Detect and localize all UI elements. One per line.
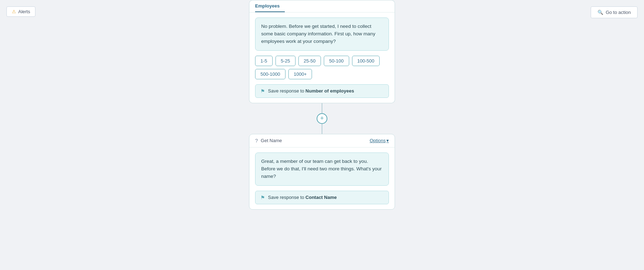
employees-card-body: No problem. Before we get started, I nee… <box>249 12 395 103</box>
go-to-action-button[interactable]: 🔍 Go to action <box>591 6 638 18</box>
save-response-contact-prefix: Save response to <box>268 195 306 200</box>
save-response-contact-bold: Contact Name <box>306 195 337 200</box>
card-top-partial: Employees <box>249 0 395 12</box>
options-label: Options <box>370 138 386 143</box>
add-step-button[interactable]: + <box>317 113 327 124</box>
save-response-employees-text: Save response to Number of employees <box>268 88 354 94</box>
options-button[interactable]: Options ▾ <box>370 138 389 143</box>
tab-active[interactable]: Employees <box>255 0 285 12</box>
alerts-label: Alerts <box>18 9 30 14</box>
flag-icon-contact-name: ⚑ <box>260 195 265 200</box>
quick-reply-50-100[interactable]: 50-100 <box>324 56 349 66</box>
save-response-contact-name: ⚑ Save response to Contact Name <box>255 191 389 204</box>
alerts-button[interactable]: ⚠ Alerts <box>6 6 35 17</box>
employees-message-bubble: No problem. Before we get started, I nee… <box>255 18 389 51</box>
go-to-action-label: Go to action <box>606 10 631 15</box>
employees-card: No problem. Before we get started, I nee… <box>249 12 395 103</box>
flag-icon-employees: ⚑ <box>260 88 265 94</box>
get-name-title: Get Name <box>261 138 282 143</box>
alert-icon: ⚠ <box>12 9 16 14</box>
get-name-header-left: ? Get Name <box>255 138 282 144</box>
options-caret-icon: ▾ <box>386 138 389 143</box>
quick-reply-1-5[interactable]: 1-5 <box>255 56 273 66</box>
quick-reply-5-25[interactable]: 5-25 <box>275 56 296 66</box>
quick-reply-25-50[interactable]: 25-50 <box>298 56 321 66</box>
quick-reply-500-1000[interactable]: 500-1000 <box>255 69 286 79</box>
get-name-message-bubble: Great, a member of our team can get back… <box>255 152 389 186</box>
search-icon: 🔍 <box>597 10 603 15</box>
connector: + <box>317 103 327 134</box>
save-response-prefix: Save response to <box>268 88 306 94</box>
get-name-card: ? Get Name Options ▾ Great, a member of … <box>249 134 395 210</box>
get-name-card-header: ? Get Name Options ▾ <box>249 134 395 148</box>
flow-container: Employees No problem. Before we get star… <box>249 0 395 210</box>
question-icon: ? <box>255 138 258 144</box>
save-response-bold: Number of employees <box>306 88 354 94</box>
tab-strip: Employees <box>249 0 395 12</box>
quick-reply-1000plus[interactable]: 1000+ <box>288 69 312 79</box>
save-response-employees: ⚑ Save response to Number of employees <box>255 84 389 98</box>
get-name-card-body: Great, a member of our team can get back… <box>249 148 395 209</box>
connector-line-bottom <box>322 124 322 134</box>
quick-replies: 1-5 5-25 25-50 50-100 100-500 500-1000 1… <box>255 56 389 79</box>
save-response-contact-text: Save response to Contact Name <box>268 195 337 200</box>
connector-line-top <box>322 103 322 113</box>
quick-reply-100-500[interactable]: 100-500 <box>352 56 380 66</box>
